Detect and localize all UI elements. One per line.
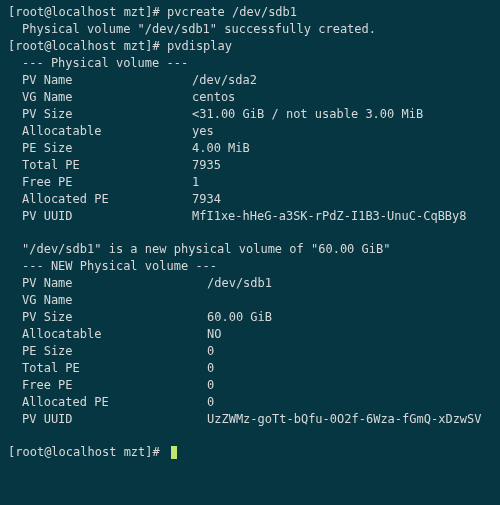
pv-new-value: UzZWMz-goTt-bQfu-0O2f-6Wza-fGmQ-xDzwSV	[207, 411, 482, 428]
pv-new-value: /dev/sdb1	[207, 275, 272, 292]
prompt-user-host: root@localhost	[15, 4, 116, 21]
pv-new-value: 0	[207, 377, 214, 394]
command-pvcreate: pvcreate /dev/sdb1	[167, 4, 297, 21]
pv-current-row: Allocatableyes	[8, 123, 492, 140]
pv-new-label: Allocated PE	[22, 394, 207, 411]
pv-new-header: --- NEW Physical volume ---	[8, 258, 492, 275]
prompt-line-3[interactable]: [root@localhost mzt]#	[8, 444, 492, 461]
prompt-bracket-close: ]#	[145, 444, 167, 461]
pv-new-row: Allocated PE0	[8, 394, 492, 411]
pv-new-row: PV Size60.00 GiB	[8, 309, 492, 326]
command-pvdisplay: pvdisplay	[167, 38, 232, 55]
pv-current-value: 7935	[192, 157, 221, 174]
pv-current-value: 7934	[192, 191, 221, 208]
pv-new-label: PV Name	[22, 275, 207, 292]
pv-new-label: Free PE	[22, 377, 207, 394]
pv-new-row: PV UUIDUzZWMz-goTt-bQfu-0O2f-6Wza-fGmQ-x…	[8, 411, 492, 428]
pv-current-value: /dev/sda2	[192, 72, 257, 89]
pv-current-label: PV Size	[22, 106, 192, 123]
pv-current-value: <31.00 GiB / not usable 3.00 MiB	[192, 106, 423, 123]
pv-current-row: PV Size<31.00 GiB / not usable 3.00 MiB	[8, 106, 492, 123]
pv-current-label: Allocatable	[22, 123, 192, 140]
pv-new-label: VG Name	[22, 292, 207, 309]
pv-new-label: PV Size	[22, 309, 207, 326]
pv-current-label: PV Name	[22, 72, 192, 89]
pv-current-header: --- Physical volume ---	[8, 55, 492, 72]
pv-new-row: AllocatableNO	[8, 326, 492, 343]
prompt-bracket-open: [	[8, 444, 15, 461]
new-pv-message: "/dev/sdb1" is a new physical volume of …	[8, 241, 492, 258]
pv-new-label: PV UUID	[22, 411, 207, 428]
pv-new-label: PE Size	[22, 343, 207, 360]
prompt-user-host: root@localhost	[15, 444, 116, 461]
prompt-cwd: mzt	[124, 38, 146, 55]
pv-new-value: 0	[207, 360, 214, 377]
pv-new-row: Free PE0	[8, 377, 492, 394]
pv-new-row: PV Name/dev/sdb1	[8, 275, 492, 292]
pv-current-row: PV Name/dev/sda2	[8, 72, 492, 89]
pv-current-label: Free PE	[22, 174, 192, 191]
prompt-bracket-open: [	[8, 38, 15, 55]
terminal-cursor[interactable]	[171, 446, 177, 459]
pv-current-label: PV UUID	[22, 208, 192, 225]
pv-current-value: yes	[192, 123, 214, 140]
pv-current-value: centos	[192, 89, 235, 106]
pv-current-row: Free PE1	[8, 174, 492, 191]
prompt-bracket-close: ]#	[145, 38, 167, 55]
prompt-bracket-close: ]#	[145, 4, 167, 21]
pv-new-row: VG Name	[8, 292, 492, 309]
pv-current-row: Allocated PE7934	[8, 191, 492, 208]
pv-current-row: Total PE7935	[8, 157, 492, 174]
pv-new-value: 0	[207, 394, 214, 411]
prompt-cwd: mzt	[124, 4, 146, 21]
prompt-line-1: [root@localhost mzt]# pvcreate /dev/sdb1	[8, 4, 492, 21]
pv-new-value: NO	[207, 326, 221, 343]
pv-current-value: 1	[192, 174, 199, 191]
pv-current-row: PE Size4.00 MiB	[8, 140, 492, 157]
pv-current-row: PV UUIDMfI1xe-hHeG-a3SK-rPdZ-I1B3-UnuC-C…	[8, 208, 492, 225]
pv-new-row: Total PE0	[8, 360, 492, 377]
pv-current-label: PE Size	[22, 140, 192, 157]
pv-current-label: Total PE	[22, 157, 192, 174]
prompt-bracket-open: [	[8, 4, 15, 21]
pv-current-value: 4.00 MiB	[192, 140, 250, 157]
pvcreate-success-message: Physical volume "/dev/sdb1" successfully…	[8, 21, 492, 38]
prompt-user-host: root@localhost	[15, 38, 116, 55]
pv-current-label: VG Name	[22, 89, 192, 106]
pv-new-label: Total PE	[22, 360, 207, 377]
pv-new-label: Allocatable	[22, 326, 207, 343]
pv-new-value: 0	[207, 343, 214, 360]
pv-current-value: MfI1xe-hHeG-a3SK-rPdZ-I1B3-UnuC-CqBBy8	[192, 208, 467, 225]
pv-new-row: PE Size0	[8, 343, 492, 360]
pv-current-row: VG Namecentos	[8, 89, 492, 106]
prompt-cwd: mzt	[124, 444, 146, 461]
pv-current-label: Allocated PE	[22, 191, 192, 208]
prompt-line-2: [root@localhost mzt]# pvdisplay	[8, 38, 492, 55]
pv-new-value: 60.00 GiB	[207, 309, 272, 326]
